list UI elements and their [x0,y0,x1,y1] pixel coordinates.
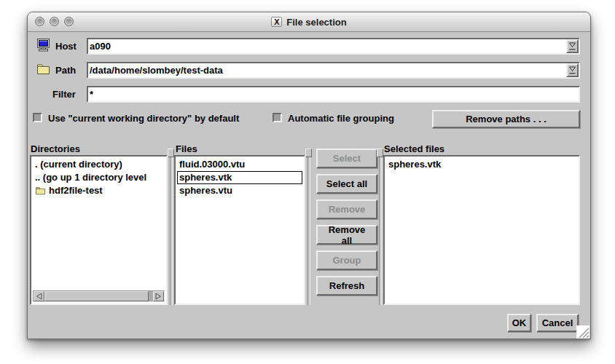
select-button[interactable]: Select [316,149,377,168]
title-area: X File selection [28,12,590,31]
x11-app-icon: X [271,17,282,27]
list-item[interactable]: fluid.03000.vtu [177,158,302,171]
cancel-button[interactable]: Cancel [536,314,579,332]
list-item[interactable]: .. (go up 1 directory level [33,171,165,184]
chevron-down-icon [568,41,576,51]
scrollbar-thumb[interactable] [44,291,149,301]
title-bar[interactable]: X File selection [28,12,590,32]
list-item-current[interactable]: spheres.vtk [177,171,302,184]
filter-field-frame [87,86,580,103]
ok-button[interactable]: OK [507,314,531,332]
selected-files-header: Selected files [384,143,444,154]
arrow-left-icon [36,293,42,300]
file-selection-dialog: X File selection Host Path [27,12,591,339]
splitter-handle[interactable] [168,149,174,157]
computer-icon [36,39,50,52]
selected-files-list[interactable]: spheres.vtk [383,155,580,305]
splitter-handle[interactable] [305,149,312,157]
host-dropdown-button[interactable] [566,39,579,53]
splitter[interactable] [305,155,312,305]
window-title: File selection [286,17,346,28]
group-button[interactable]: Group [316,250,377,270]
splitter-handle[interactable] [377,149,383,157]
scroll-left-button[interactable] [34,291,44,301]
action-buttons: Select Select all Remove Remove all Grou… [316,149,377,296]
arrow-right-icon [155,293,162,300]
path-field-frame [87,62,580,79]
directories-rows: . (current directory) .. (go up 1 direct… [33,158,165,197]
files-rows: fluid.03000.vtu spheres.vtk spheres.vtu [177,158,302,197]
folder-icon [36,63,50,76]
select-all-button[interactable]: Select all [316,174,377,194]
directories-header: Directories [31,143,80,154]
list-item[interactable]: hdf2file-test [33,184,165,197]
host-input[interactable] [88,39,567,53]
host-field-frame [87,38,580,55]
filter-input[interactable] [88,87,579,101]
files-list[interactable]: fluid.03000.vtu spheres.vtk spheres.vtu [174,155,305,305]
resize-grip[interactable] [576,325,589,339]
refresh-button[interactable]: Refresh [316,276,377,296]
path-dropdown-button[interactable] [566,63,579,77]
filter-label: Filter [52,89,76,100]
splitter[interactable] [377,155,383,305]
list-item[interactable]: spheres.vtk [386,158,577,171]
file-grouping-checkbox-label: Automatic file grouping [288,113,394,124]
host-label: Host [55,41,77,52]
selected-files-rows: spheres.vtk [386,158,577,171]
directories-list[interactable]: . (current directory) .. (go up 1 direct… [30,155,168,305]
scroll-right-button[interactable] [153,291,164,301]
remove-button[interactable]: Remove [316,199,377,219]
file-grouping-checkbox[interactable] [273,113,282,122]
splitter[interactable] [168,155,174,305]
horizontal-scrollbar[interactable] [33,290,165,302]
resize-grip-icon [576,325,589,339]
path-label: Path [55,65,76,76]
files-header: Files [176,143,197,154]
folder-icon [35,186,46,195]
path-input[interactable] [88,63,567,77]
list-item[interactable]: spheres.vtu [177,184,302,197]
chevron-down-icon [568,66,576,75]
cwd-checkbox[interactable] [33,113,42,122]
cwd-checkbox-label: Use "current working directory" by defau… [48,113,239,124]
remove-paths-button[interactable]: Remove paths . . . [432,110,580,128]
remove-all-button[interactable]: Remove all [316,225,377,245]
list-item[interactable]: . (current directory) [33,158,165,171]
